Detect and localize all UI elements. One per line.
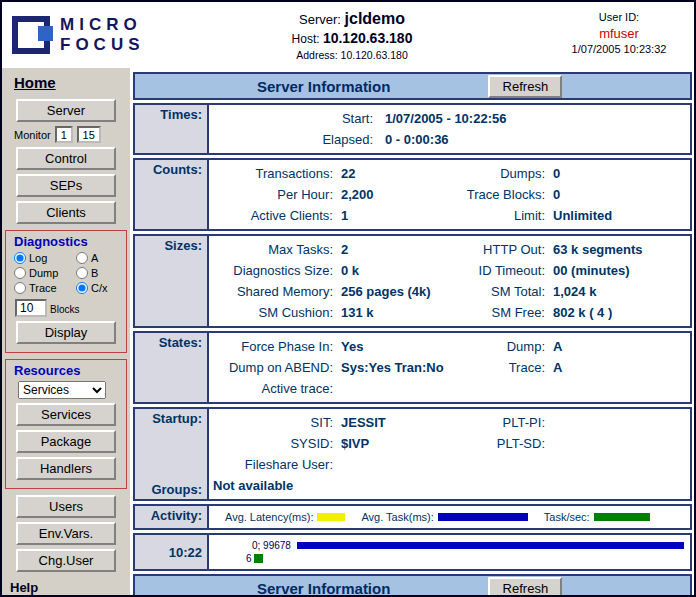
server-button[interactable]: Server — [16, 99, 116, 122]
counts-content: Transactions:22Dumps:0 Per Hour:2,200Tra… — [209, 160, 690, 229]
display-button[interactable]: Display — [16, 321, 116, 344]
times-content: Start:1/07/2005 - 10:22:56 Elapsed:0 - 0… — [209, 105, 690, 153]
times-section: Times: Start:1/07/2005 - 10:22:56 Elapse… — [133, 103, 692, 155]
users-button[interactable]: Users — [16, 495, 116, 518]
startup-section-label: Startup: Groups: — [135, 409, 209, 499]
server-info-title-bottom: Server Information — [257, 580, 390, 597]
times-section-label: Times: — [135, 105, 209, 153]
chart-line-1: 0; 99678 — [212, 537, 687, 551]
chg-user-button[interactable]: Chg.User — [16, 549, 116, 572]
server-label: Server: — [299, 12, 341, 27]
legend-latency: Avg. Latency(ms): — [225, 511, 345, 523]
sizes-row: SM Cushion:131 kSM Free:802 k ( 4 ) — [213, 302, 686, 323]
resources-box: Resources Services Services Package Hand… — [5, 359, 127, 489]
activity-chart-section: 10:22 0; 99678 6 — [133, 533, 692, 571]
page: MICRO FOCUS Server: jcldemo Host: 10.120… — [0, 0, 696, 597]
home-link[interactable]: Home — [14, 74, 56, 91]
host-value: 10.120.63.180 — [323, 30, 413, 46]
radio-trace-input[interactable] — [14, 282, 26, 294]
monitor-count-input[interactable] — [77, 126, 101, 143]
radio-a[interactable]: A — [76, 252, 120, 264]
sizes-section: Sizes: Max Tasks:2HTTP Out:63 k segments… — [133, 234, 692, 328]
refresh-button-bottom[interactable]: Refresh — [488, 577, 562, 597]
user-id-value: mfuser — [544, 26, 694, 41]
radio-trace[interactable]: Trace — [14, 282, 76, 294]
diagnostics-radios: Log A Dump B Trace C/x — [14, 252, 124, 294]
env-vars-button[interactable]: Env.Vars. — [16, 522, 116, 545]
blocks-label: Blocks — [50, 304, 79, 317]
server-info-titlebar-top: Server Information Refresh — [133, 72, 692, 100]
refresh-button-top[interactable]: Refresh — [488, 75, 562, 98]
clients-button[interactable]: Clients — [16, 201, 116, 224]
host-label: Host: — [292, 32, 320, 46]
monitor-interval-input[interactable] — [55, 126, 73, 143]
groups-value: Not available — [213, 475, 686, 496]
sizes-row: Diagnostics Size:0 kID Timeout:00 (minut… — [213, 260, 686, 281]
latency-swatch — [317, 513, 345, 521]
blocks-input[interactable] — [15, 299, 47, 317]
activity-legend: Avg. Latency(ms): Avg. Task(ms): Task/se… — [209, 506, 690, 528]
task-ms-swatch — [438, 513, 528, 521]
logo-text: MICRO FOCUS — [60, 15, 145, 54]
host-line: Host: 10.120.63.180 — [160, 30, 544, 46]
radio-log[interactable]: Log — [14, 252, 76, 264]
chart-green-bar — [254, 554, 263, 563]
radio-dump[interactable]: Dump — [14, 267, 76, 279]
counts-row: Transactions:22Dumps:0 — [213, 163, 686, 184]
radio-b-input[interactable] — [76, 267, 88, 279]
logo: MICRO FOCUS — [2, 2, 160, 68]
elapsed-value: 0 - 0:00:36 — [385, 129, 449, 150]
help-heading: Help — [10, 580, 130, 595]
services-button[interactable]: Services — [16, 403, 116, 426]
elapsed-label: Elapsed: — [213, 129, 373, 150]
blocks-row: Blocks — [15, 299, 124, 317]
states-row: Dump on ABEND:Sys:Yes Tran:NoTrace:A — [213, 357, 686, 378]
diagnostics-box: Diagnostics Log A Dump B Trace C/x Block… — [5, 230, 127, 353]
radio-cx-input[interactable] — [76, 282, 88, 294]
startup-section: Startup: Groups: SIT:JESSITPLT-PI: SYSID… — [133, 407, 692, 501]
task-sec-swatch — [594, 513, 650, 521]
activity-chart: 0; 99678 6 — [209, 535, 690, 569]
header: MICRO FOCUS Server: jcldemo Host: 10.120… — [2, 2, 694, 68]
radio-a-input[interactable] — [76, 252, 88, 264]
radio-log-input[interactable] — [14, 252, 26, 264]
sizes-row: Max Tasks:2HTTP Out:63 k segments — [213, 239, 686, 260]
startup-row: SYSID:$IVPPLT-SD: — [213, 433, 686, 454]
header-right: User ID: mfuser 1/07/2005 10:23:32 — [544, 2, 694, 68]
states-section-label: States: — [135, 333, 209, 402]
radio-cx[interactable]: C/x — [76, 282, 120, 294]
server-line: Server: jcldemo — [160, 10, 544, 28]
counts-row: Active Clients:1Limit:Unlimited — [213, 205, 686, 226]
startup-content: SIT:JESSITPLT-PI: SYSID:$IVPPLT-SD: File… — [209, 409, 690, 499]
control-button[interactable]: Control — [16, 147, 116, 170]
timestamp: 1/07/2005 10:23:32 — [544, 43, 694, 55]
radio-dump-input[interactable] — [14, 267, 26, 279]
seps-button[interactable]: SEPs — [16, 174, 116, 197]
sizes-section-label: Sizes: — [135, 236, 209, 326]
header-center: Server: jcldemo Host: 10.120.63.180 Addr… — [160, 2, 544, 68]
micro-focus-logo-icon — [12, 16, 50, 54]
server-name: jcldemo — [345, 10, 405, 27]
logo-line1: MICRO — [60, 15, 145, 35]
address-line: Address: 10.120.63.180 — [160, 49, 544, 61]
groups-label: Groups: — [135, 482, 202, 497]
handlers-button[interactable]: Handlers — [16, 457, 116, 480]
address-label: Address: — [296, 49, 337, 61]
user-id-label: User ID: — [544, 11, 694, 23]
main-panel: Server Information Refresh Times: Start:… — [133, 72, 692, 597]
resources-select[interactable]: Services — [18, 381, 106, 399]
states-row: Force Phase In:YesDump:A — [213, 336, 686, 357]
startup-row: Fileshare User: — [213, 454, 686, 475]
activity-section: Activity: Avg. Latency(ms): Avg. Task(ms… — [133, 504, 692, 530]
counts-section-label: Counts: — [135, 160, 209, 229]
sizes-content: Max Tasks:2HTTP Out:63 k segments Diagno… — [209, 236, 690, 326]
times-elapsed-row: Elapsed:0 - 0:00:36 — [213, 129, 686, 150]
counts-row: Per Hour:2,200Trace Blocks:0 — [213, 184, 686, 205]
chart-blue-bar — [297, 542, 684, 549]
start-value: 1/07/2005 - 10:22:56 — [385, 108, 506, 129]
states-section: States: Force Phase In:YesDump:A Dump on… — [133, 331, 692, 404]
start-label: Start: — [213, 108, 373, 129]
resources-title: Resources — [14, 363, 124, 378]
radio-b[interactable]: B — [76, 267, 120, 279]
package-button[interactable]: Package — [16, 430, 116, 453]
